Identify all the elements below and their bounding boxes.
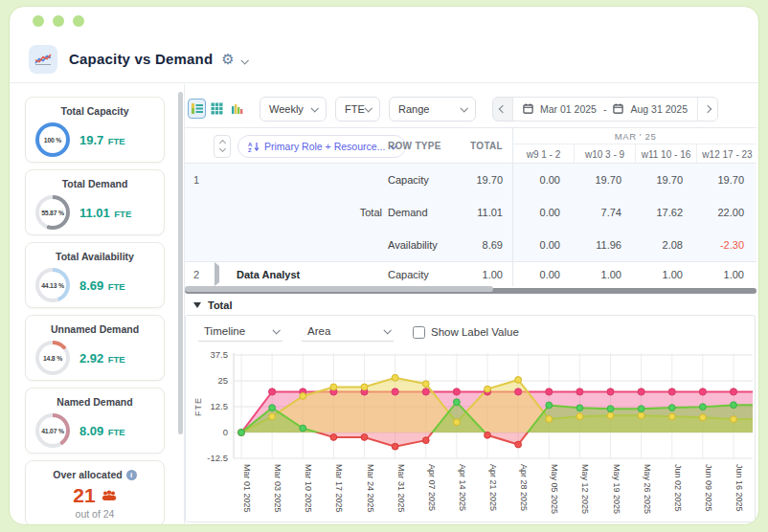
demand-point [546, 416, 553, 423]
granularity-select[interactable]: Weekly [260, 97, 327, 122]
table-row[interactable]: 1 Capacity 19.70 0.00 19.70 19.70 19.70 [185, 164, 757, 196]
sidebar-scrollbar[interactable] [178, 92, 183, 434]
total-section-header[interactable]: Total [185, 298, 232, 313]
demand-point [300, 393, 306, 400]
gauge-percent: 44.13 % [35, 268, 70, 302]
demand-point [668, 413, 675, 420]
demand-point [699, 414, 706, 421]
app-window: Capacity vs Demand ⚙︎ Total Capacity 100… [9, 6, 759, 525]
availability-point [269, 405, 276, 411]
checkbox[interactable] [413, 326, 425, 339]
scrollbar-thumb[interactable] [185, 286, 493, 292]
date-range-picker: Mar 01 2025 - Aug 31 2025 [492, 97, 718, 122]
demand-point [453, 419, 460, 426]
x-axis-label: Jun 09 2025 [704, 464, 713, 512]
chevron-down-icon [310, 104, 318, 112]
table-row[interactable]: Availability 8.69 0.00 11.96 2.08 -2.30 [185, 229, 757, 261]
card-title: Total Availability [26, 243, 164, 262]
table-row[interactable]: 2 Data Analyst Capacity 1.00 0.00 1.00 1… [185, 262, 757, 286]
bar-chart-view-button[interactable] [228, 99, 246, 119]
x-axis-label: Mar 10 2025 [304, 464, 313, 513]
card-unit: FTE [108, 136, 125, 146]
x-axis-label: May 26 2025 [643, 464, 652, 514]
chevron-down-icon [218, 145, 225, 152]
week-header[interactable]: w11 10 - 16 [635, 144, 696, 164]
date-to-field[interactable]: Aug 31 2025 [630, 103, 688, 115]
x-axis-label: Mar 01 2025 [242, 464, 252, 513]
gantt-view-button[interactable] [188, 99, 206, 119]
table-row[interactable]: Total Demand 11.01 0.00 7.74 17.62 22.00 [185, 196, 757, 229]
summary-card-unnamed-demand: Unnamed Demand 14.8 % 2.92 FTE [25, 315, 165, 381]
card-value: 19.7 [79, 133, 103, 147]
info-icon[interactable]: i [126, 470, 137, 480]
sort-order-button[interactable] [214, 135, 231, 158]
chart-style-select[interactable]: Area [302, 323, 394, 342]
window-dot[interactable] [53, 15, 64, 27]
availability-point [638, 406, 644, 412]
x-axis-label: May 12 2025 [580, 464, 590, 514]
window-dot[interactable] [73, 15, 84, 27]
card-title: Named Demand [26, 388, 164, 408]
capacity-point [392, 388, 398, 395]
week-header[interactable]: w10 3 - 9 [574, 144, 635, 164]
card-value: 8.09 [79, 424, 103, 438]
line-chart-icon [34, 53, 52, 66]
expand-row-button[interactable] [208, 266, 229, 283]
x-axis-label: Mar 17 2025 [334, 464, 344, 513]
show-label-value-option[interactable]: Show Label Value [413, 326, 519, 339]
gauge-percent: 41.07 % [35, 413, 70, 448]
x-axis-label: Jun 02 2025 [673, 464, 683, 512]
week-header[interactable]: w12 17 - 23 [696, 144, 757, 164]
week-header[interactable]: w9 1 - 2 [512, 144, 574, 164]
summary-card-total-capacity: Total Capacity 100 % 19.7 FTE [25, 97, 165, 163]
demand-point [330, 384, 337, 390]
titlebar [10, 7, 758, 35]
group-by-select[interactable]: A Z Primary Role + Resource... [237, 135, 406, 158]
range-select[interactable]: Range [389, 97, 476, 122]
svg-text:37.5: 37.5 [211, 349, 229, 360]
capacity-point [422, 388, 429, 395]
grid-view-button[interactable] [208, 99, 226, 119]
card-title: Total Demand [26, 170, 164, 189]
capacity-point [668, 388, 675, 395]
bar-chart-view-icon [231, 102, 243, 115]
donut-gauge: 55.87 % [35, 195, 70, 230]
over-allocated-count: 21 [73, 484, 95, 507]
capacity-point [730, 388, 736, 395]
gear-icon[interactable]: ⚙︎ [221, 52, 234, 66]
chevron-down-icon [383, 326, 391, 334]
chevron-down-icon [364, 104, 372, 112]
card-value: 8.69 [79, 278, 103, 293]
demand-point [607, 412, 614, 419]
content-area: Total Capacity 100 % 19.7 FTE Total Dema… [10, 84, 758, 524]
metric-select[interactable]: FTE [335, 97, 380, 122]
demand-point [269, 413, 276, 420]
svg-text:-12.5: -12.5 [207, 453, 228, 463]
svg-text:12.5: 12.5 [211, 401, 229, 411]
prev-range-button[interactable] [493, 98, 512, 121]
chevron-down-icon[interactable] [241, 51, 247, 68]
date-from-field[interactable]: Mar 01 2025 [540, 103, 597, 115]
horizontal-scrollbar[interactable] [185, 286, 757, 295]
window-dot[interactable] [33, 15, 44, 27]
availability-point [576, 405, 583, 411]
area-chart[interactable]: 37.52512.50-12.5FTEMar 01 2025Mar 03 202… [190, 344, 757, 520]
toolbar: Weekly FTE Range [186, 96, 718, 122]
summary-sidebar: Total Capacity 100 % 19.7 FTE Total Dema… [25, 97, 165, 525]
demand-point [361, 384, 368, 390]
x-axis-label: May 05 2025 [550, 464, 559, 514]
demand-point [515, 377, 522, 384]
availability-point [361, 434, 368, 441]
summary-card-over-allocated: Over allocatedi21out of 24 [25, 460, 165, 525]
next-range-button[interactable] [698, 98, 717, 121]
x-axis-label: Jun 16 2025 [734, 464, 744, 512]
row-type-header: ROW TYPE [388, 128, 441, 164]
chevron-right-icon [704, 104, 712, 112]
summary-card-total-availability: Total Availability 44.13 % 8.69 FTE [25, 242, 165, 308]
chevron-down-icon [460, 104, 467, 112]
month-header: MAR ' 25 [512, 128, 757, 144]
chart-type-select[interactable]: Timeline [198, 323, 282, 342]
demand-point [731, 416, 737, 423]
capacity-table: MAR ' 25 w9 1 - 2 w10 3 - 9 w11 10 - 16 … [185, 127, 757, 286]
total-header: TOTAL [445, 128, 503, 164]
